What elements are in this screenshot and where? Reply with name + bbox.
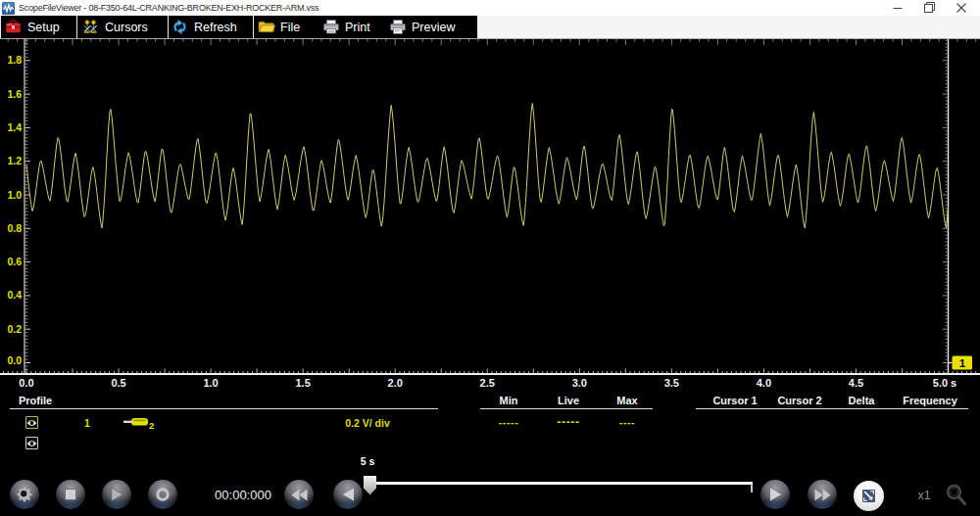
channel-min-value: ----- <box>482 416 535 428</box>
svg-text:1.2: 1.2 <box>7 155 22 166</box>
cursor1-header-label: Cursor 1 <box>702 395 768 406</box>
gear-icon <box>15 485 34 504</box>
channel1-visibility-toggle[interactable] <box>25 416 38 429</box>
playback-timestamp: 00:00:000 <box>210 488 276 502</box>
plot-background <box>0 39 980 392</box>
scope-file-viewer-window: ScopeFileViewer - 08-F350-64L-CRANKING-B… <box>0 0 980 516</box>
snapshot-settings-button[interactable] <box>10 480 39 509</box>
slider-position-label: 5 s <box>338 455 397 467</box>
svg-text:0.0: 0.0 <box>7 354 22 366</box>
probe-lead-icon: 2 <box>123 414 157 430</box>
channel-max-value: ---- <box>601 416 654 428</box>
profile-underline <box>10 408 438 409</box>
svg-text:5.0 s: 5.0 s <box>933 377 956 389</box>
frequency-header-label: Frequency <box>893 395 967 406</box>
step-forward-button[interactable] <box>760 480 790 509</box>
magnifier-button[interactable] <box>943 482 970 509</box>
svg-text:0.0: 0.0 <box>19 377 33 389</box>
delta-header-label: Delta <box>835 395 888 406</box>
expand-icon <box>860 488 877 504</box>
svg-text:1.0: 1.0 <box>203 377 218 389</box>
fast-forward-button[interactable] <box>808 480 837 509</box>
svg-text:1.4: 1.4 <box>7 121 22 133</box>
svg-text:1.0: 1.0 <box>7 189 22 201</box>
timeline-slider-track[interactable] <box>375 482 753 485</box>
channel-number: 1 <box>78 417 96 429</box>
eye-icon <box>26 440 37 447</box>
min-header-label: Min <box>482 395 535 406</box>
waveform-plot: 0.00.51.01.52.02.53.03.54.04.55.0 s0.00.… <box>0 0 980 391</box>
rewind-icon <box>291 489 308 501</box>
svg-text:1.5: 1.5 <box>296 377 311 389</box>
zoom-level-label: x1 <box>909 489 939 502</box>
svg-text:4.5: 4.5 <box>849 377 863 389</box>
channel-scale: 0.2 V/ div <box>333 417 402 429</box>
profile-header-label: Profile <box>19 395 52 406</box>
fullscreen-button[interactable] <box>854 481 884 511</box>
svg-text:2.0: 2.0 <box>388 377 403 389</box>
svg-text:0.8: 0.8 <box>7 222 22 234</box>
record-icon <box>156 488 170 501</box>
timeline-end-tick <box>751 484 753 493</box>
timeline-slider-thumb[interactable] <box>364 476 376 495</box>
svg-text:0.2: 0.2 <box>7 323 22 335</box>
svg-text:1.6: 1.6 <box>7 88 22 100</box>
record-button[interactable] <box>148 480 177 509</box>
cursor-underline <box>696 408 968 409</box>
step-back-icon <box>342 488 355 501</box>
svg-text:2.5: 2.5 <box>480 377 495 389</box>
play-icon <box>110 488 123 501</box>
play-button[interactable] <box>102 480 131 509</box>
svg-text:0.5: 0.5 <box>111 377 125 389</box>
eye-icon <box>26 419 37 427</box>
svg-text:4.0: 4.0 <box>757 377 771 389</box>
fast-forward-icon <box>814 489 831 501</box>
svg-text:3.0: 3.0 <box>572 377 587 389</box>
live-header-label: Live <box>542 395 595 406</box>
rewind-button[interactable] <box>284 480 314 509</box>
channel-badge-number: 1 <box>959 357 966 369</box>
channel-live-value: ----- <box>542 415 595 429</box>
step-back-button[interactable] <box>333 480 363 509</box>
minmax-underline <box>480 408 653 409</box>
svg-text:0.6: 0.6 <box>7 256 22 267</box>
svg-text:1.8: 1.8 <box>7 54 22 66</box>
svg-text:0.4: 0.4 <box>7 289 22 301</box>
max-header-label: Max <box>601 395 654 406</box>
stop-icon <box>65 489 76 500</box>
channel2-visibility-toggle[interactable] <box>25 437 38 449</box>
svg-text:2: 2 <box>149 420 154 431</box>
stop-button[interactable] <box>56 480 85 509</box>
svg-text:3.5: 3.5 <box>664 377 679 389</box>
step-forward-icon <box>769 488 782 501</box>
cursor2-header-label: Cursor 2 <box>766 395 833 406</box>
